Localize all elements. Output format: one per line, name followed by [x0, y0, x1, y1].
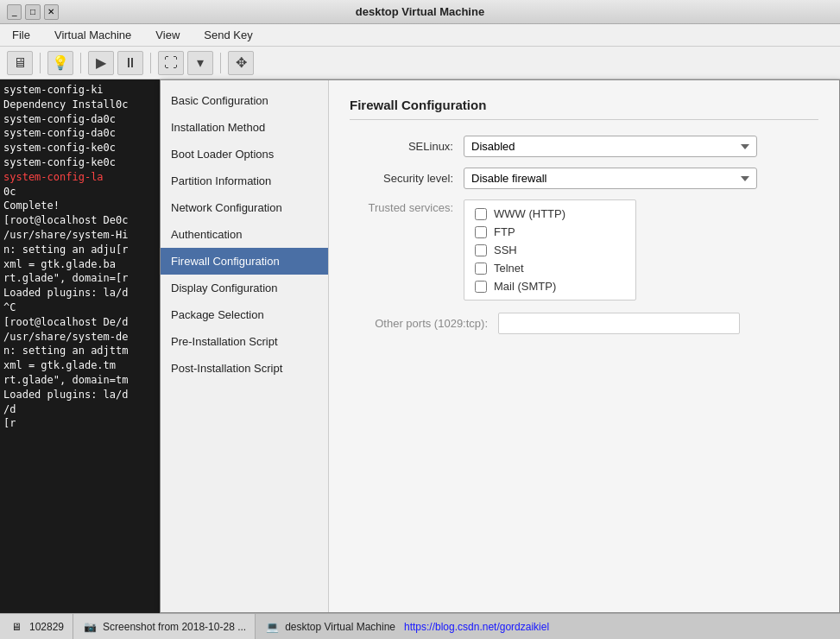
terminal-line: 0c: [3, 185, 165, 199]
other-ports-row: Other ports (1029:tcp):: [350, 313, 818, 334]
status-vm-text: desktop Virtual Machine: [285, 621, 395, 633]
pause-toolbar-btn[interactable]: ⏸: [117, 51, 143, 75]
menu-view[interactable]: View: [150, 27, 185, 43]
terminal-line: xml = gtk.glade.ba: [3, 257, 165, 272]
trusted-service-row: WWW (HTTP): [475, 207, 625, 220]
title-bar: _ □ ✕ desktop Virtual Machine: [0, 0, 840, 24]
selinux-select[interactable]: DisabledPermissiveEnforcing: [464, 136, 757, 157]
toolbar-separator-1: [40, 53, 41, 73]
selinux-row: SELinux: DisabledPermissiveEnforcing: [350, 136, 818, 157]
status-item-vm: 💻 desktop Virtual Machine https://blog.c…: [256, 614, 840, 639]
trusted-service-label: SSH: [494, 244, 517, 256]
toolbar: 🖥 💡 ▶ ⏸ ⛶ ▾ ✥: [0, 47, 840, 79]
trusted-services-label: Trusted services:: [350, 199, 453, 301]
sidebar-nav-item[interactable]: Network Configuration: [161, 194, 328, 221]
content-panel: Firewall Configuration SELinux: Disabled…: [329, 80, 839, 612]
terminal-line: /usr/share/system-Hi: [3, 228, 165, 243]
sidebar-nav-item[interactable]: Firewall Configuration: [161, 248, 328, 275]
sidebar-nav-item[interactable]: Basic Configuration: [161, 87, 328, 114]
menu-virtual-machine[interactable]: Virtual Machine: [49, 27, 136, 43]
close-button[interactable]: ✕: [44, 4, 59, 20]
terminal: system-config-kiDependency Install0c sys…: [0, 79, 168, 613]
vm-status-icon: 💻: [264, 619, 280, 635]
trusted-service-label: WWW (HTTP): [494, 207, 565, 220]
trusted-service-checkbox[interactable]: [475, 244, 487, 256]
status-url-text: https://blog.csdn.net/gordzaikiel: [404, 621, 549, 633]
screenshot-status-icon: 📷: [82, 619, 98, 635]
trusted-service-row: Telnet: [475, 262, 625, 275]
terminal-line: Loaded plugins: la/d: [3, 286, 165, 301]
toolbar-separator-4: [220, 53, 221, 73]
other-ports-label: Other ports (1029:tcp):: [350, 317, 488, 330]
security-level-label: Security level:: [350, 172, 453, 185]
terminal-line: rt.glade", domain=tm: [3, 373, 165, 388]
terminal-line: Dependency Install0c: [3, 98, 165, 112]
selinux-label: SELinux:: [350, 140, 453, 153]
trusted-service-label: Telnet: [494, 262, 524, 275]
terminal-line: system-config-ke0c: [3, 141, 165, 155]
trusted-service-label: FTP: [494, 225, 515, 238]
sidebar-nav-item[interactable]: Post-Installation Script: [161, 355, 328, 382]
terminal-line: /d: [3, 402, 165, 417]
terminal-line: system-config-ki: [3, 83, 165, 98]
fullscreen-toolbar-btn[interactable]: ⛶: [158, 51, 184, 75]
status-screenshot-text: Screenshot from 2018-10-28 ...: [103, 621, 246, 633]
sidebar-nav-item[interactable]: Installation Method: [161, 114, 328, 141]
security-level-row: Security level: Disable firewallEnabledN…: [350, 168, 818, 189]
terminal-line: system-config-da0c: [3, 112, 165, 127]
status-bar: 🖥 102829 📷 Screenshot from 2018-10-28 ..…: [0, 613, 840, 639]
move-toolbar-btn[interactable]: ✥: [228, 51, 254, 75]
terminal-line: Complete!: [3, 199, 165, 213]
sidebar-nav-item[interactable]: Authentication: [161, 221, 328, 248]
status-id-text: 102829: [29, 621, 64, 633]
terminal-line: rt.glade", domain=[r: [3, 271, 165, 286]
terminal-line: system-config-da0c: [3, 126, 165, 141]
window-title: desktop Virtual Machine: [59, 5, 781, 18]
terminal-line: [r: [3, 416, 165, 431]
monitor-status-icon: 🖥: [9, 619, 24, 635]
trusted-services-section: Trusted services: WWW (HTTP)FTPSSHTelnet…: [350, 199, 818, 301]
trusted-service-checkbox[interactable]: [475, 281, 487, 293]
dropdown-toolbar-btn[interactable]: ▾: [187, 51, 213, 75]
toolbar-separator-2: [80, 53, 81, 73]
trusted-service-row: SSH: [475, 244, 625, 256]
maximize-button[interactable]: □: [25, 4, 40, 20]
security-level-select[interactable]: Disable firewallEnabledNo firewall: [464, 168, 757, 189]
sidebar-nav-item[interactable]: Package Selection: [161, 301, 328, 328]
other-ports-input[interactable]: [498, 313, 740, 334]
trusted-service-checkbox[interactable]: [475, 208, 487, 220]
terminal-line: [root@localhost De0c: [3, 213, 165, 228]
play-toolbar-btn[interactable]: ▶: [88, 51, 114, 75]
panel-title: Firewall Configuration: [350, 98, 818, 120]
terminal-line: n: setting an adjttm: [3, 344, 165, 358]
menu-bar: File Virtual Machine View Send Key: [0, 24, 840, 47]
status-item-screenshot: 📷 Screenshot from 2018-10-28 ...: [73, 614, 256, 639]
trusted-service-row: Mail (SMTP): [475, 280, 625, 293]
terminal-line: system-config-la: [3, 170, 165, 185]
trusted-service-label: Mail (SMTP): [494, 280, 556, 293]
menu-file[interactable]: File: [7, 27, 35, 43]
terminal-line: /usr/share/system-de: [3, 330, 165, 345]
minimize-button[interactable]: _: [7, 4, 22, 20]
sidebar-nav-item[interactable]: Partition Information: [161, 168, 328, 194]
trusted-service-checkbox[interactable]: [475, 263, 487, 275]
power-toolbar-btn[interactable]: 💡: [47, 51, 73, 75]
terminal-line: n: setting an adju[r: [3, 243, 165, 257]
sidebar-nav-item[interactable]: Boot Loader Options: [161, 141, 328, 168]
main-content: system-config-kiDependency Install0c sys…: [0, 79, 840, 613]
menu-send-key[interactable]: Send Key: [199, 27, 257, 43]
terminal-line: xml = gtk.glade.tm: [3, 358, 165, 373]
monitor-toolbar-btn[interactable]: 🖥: [7, 51, 33, 75]
trusted-service-row: FTP: [475, 225, 625, 238]
terminal-line: ^C: [3, 301, 165, 315]
terminal-line: system-config-ke0c: [3, 155, 165, 170]
trusted-service-checkbox[interactable]: [475, 226, 487, 238]
sidebar-nav: Basic ConfigurationInstallation MethodBo…: [161, 80, 329, 612]
toolbar-separator-3: [150, 53, 151, 73]
status-item-id: 🖥 102829: [0, 614, 73, 639]
sidebar-nav-item[interactable]: Pre-Installation Script: [161, 328, 328, 355]
sidebar-nav-item[interactable]: Display Configuration: [161, 275, 328, 301]
trusted-services-checkboxes: WWW (HTTP)FTPSSHTelnetMail (SMTP): [464, 199, 636, 301]
terminal-line: Loaded plugins: la/d: [3, 388, 165, 402]
dialog-overlay: Basic ConfigurationInstallation MethodBo…: [160, 79, 840, 613]
